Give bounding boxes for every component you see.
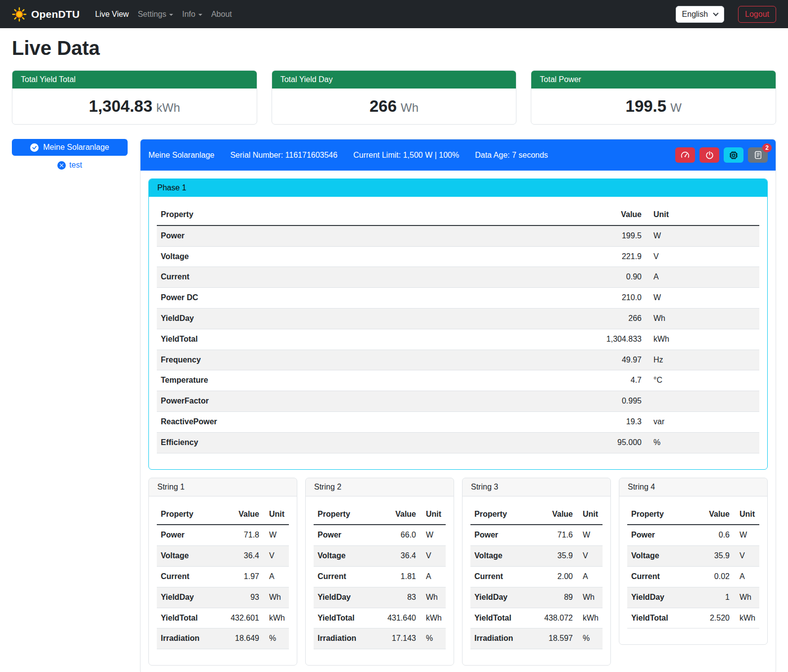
nav-info[interactable]: Info <box>178 6 207 23</box>
string-card: String 2PropertyValueUnitPower66.0WVolta… <box>305 478 454 666</box>
inverter-button-label: Meine Solaranlage <box>43 143 109 152</box>
value-cell: 89 <box>530 587 577 608</box>
property-cell: Irradiation <box>157 628 217 649</box>
card-body: 1,304.83kWh <box>12 89 257 124</box>
property-cell: YieldTotal <box>470 608 530 628</box>
table-row: Power DC210.0W <box>157 288 759 309</box>
x-circle-icon <box>57 161 66 170</box>
unit-cell: Hz <box>646 350 759 370</box>
property-cell: Frequency <box>157 350 449 370</box>
string-table: PropertyValueUnitPower66.0WVoltage36.4VC… <box>314 504 446 650</box>
unit-cell: kWh <box>577 608 603 628</box>
check-circle-icon <box>30 143 39 152</box>
unit-cell: Wh <box>420 587 446 608</box>
value-cell: 35.9 <box>692 546 734 567</box>
card-title: Total Yield Day <box>272 71 516 89</box>
value-cell: 432.601 <box>217 608 263 628</box>
table-row: PowerFactor0.995 <box>157 391 759 412</box>
column-header-value: Value <box>373 504 420 525</box>
property-cell: Current <box>314 566 373 587</box>
unit-cell: kWh <box>263 608 289 628</box>
property-cell: Irradiation <box>314 628 373 649</box>
unit-cell: Wh <box>734 587 759 608</box>
unit-cell: V <box>646 246 759 267</box>
string-title: String 3 <box>463 478 610 496</box>
property-cell: Voltage <box>157 246 449 267</box>
table-header: Property Value Unit <box>157 205 759 225</box>
content-row: Meine Solaranlage test Meine Solaranlage… <box>12 139 776 672</box>
inverter-button-test[interactable]: test <box>54 160 85 170</box>
property-cell: Current <box>157 267 449 288</box>
column-header-unit: Unit <box>263 504 289 525</box>
table-header-row: PropertyValueUnit <box>627 504 759 525</box>
table-header-row: PropertyValueUnit <box>470 504 603 525</box>
property-cell: Power <box>157 525 217 545</box>
nav-live-view[interactable]: Live View <box>91 6 133 23</box>
logout-button[interactable]: Logout <box>738 6 776 23</box>
unit-cell: kWh <box>734 608 759 628</box>
value-cell: 438.072 <box>530 608 577 628</box>
unit-cell: A <box>734 566 759 587</box>
unit-cell: A <box>420 566 446 587</box>
value-cell: 0.6 <box>692 525 734 545</box>
nav-about[interactable]: About <box>207 6 236 23</box>
table-body: Power0.6WVoltage35.9VCurrent0.02AYieldDa… <box>627 525 759 628</box>
value-cell: 210.0 <box>449 288 646 309</box>
limit-settings-button[interactable] <box>675 147 695 163</box>
column-header-value: Value <box>530 504 577 525</box>
table-row: Voltage35.9V <box>470 546 603 567</box>
total-power-value: 199.5 <box>626 97 667 115</box>
unit-cell: °C <box>646 370 759 391</box>
inverter-button-selected[interactable]: Meine Solaranlage <box>12 139 128 156</box>
table-row: Current0.90A <box>157 267 759 288</box>
total-yield-total-card: Total Yield Total 1,304.83kWh <box>12 70 257 125</box>
nav-settings[interactable]: Settings <box>133 6 178 23</box>
string-title: String 2 <box>306 478 454 496</box>
table-row: Temperature4.7°C <box>157 370 759 391</box>
card-title: Total Yield Total <box>12 71 257 89</box>
sun-icon <box>12 7 27 22</box>
table-header-row: PropertyValueUnit <box>314 504 446 525</box>
unit-cell: kWh <box>420 608 446 628</box>
string-card-body: PropertyValueUnitPower66.0WVoltage36.4VC… <box>306 496 454 666</box>
unit-cell: kWh <box>646 329 759 350</box>
string-card-body: PropertyValueUnitPower71.8WVoltage36.4VC… <box>149 496 297 666</box>
property-cell: Power <box>627 525 692 545</box>
value-cell: 1.81 <box>373 566 420 587</box>
table-body: Power199.5WVoltage221.9VCurrent0.90APowe… <box>157 225 759 453</box>
device-info-button[interactable] <box>724 147 743 163</box>
string-table: PropertyValueUnitPower71.6WVoltage35.9VC… <box>470 504 603 650</box>
table-row: Power199.5W <box>157 225 759 246</box>
property-cell: Current <box>627 566 692 587</box>
cpu-icon <box>729 151 738 160</box>
table-row: Irradiation18.649% <box>157 628 289 649</box>
value-cell: 17.143 <box>373 628 420 649</box>
table-row: YieldTotal438.072kWh <box>470 608 603 628</box>
table-row: YieldTotal2.520kWh <box>627 608 759 628</box>
column-header-value: Value <box>217 504 263 525</box>
property-cell: Power <box>314 525 373 545</box>
property-cell: YieldTotal <box>157 608 217 628</box>
language-select[interactable]: English <box>676 6 724 23</box>
table-row: YieldTotal1,304.833kWh <box>157 329 759 350</box>
string-card: String 4PropertyValueUnitPower0.6WVoltag… <box>619 478 768 645</box>
table-row: Irradiation17.143% <box>314 628 446 649</box>
column-header-value: Value <box>692 504 734 525</box>
value-cell: 95.000 <box>449 432 646 453</box>
total-yield-total-unit: kWh <box>156 101 180 114</box>
property-cell: PowerFactor <box>157 391 449 412</box>
inverter-serial: Serial Number: 116171603546 <box>230 151 337 160</box>
property-cell: YieldTotal <box>627 608 692 628</box>
unit-cell: W <box>646 225 759 246</box>
column-header-property: Property <box>627 504 692 525</box>
value-cell: 2.00 <box>530 566 577 587</box>
table-header: PropertyValueUnit <box>314 504 446 525</box>
table-header: PropertyValueUnit <box>627 504 759 525</box>
brand[interactable]: OpenDTU <box>12 7 80 22</box>
event-log-button[interactable]: 2 <box>748 147 768 163</box>
value-cell: 18.649 <box>217 628 263 649</box>
power-button[interactable] <box>699 147 719 163</box>
value-cell: 49.97 <box>449 350 646 370</box>
table-row: Current1.97A <box>157 566 289 587</box>
table-row: Voltage221.9V <box>157 246 759 267</box>
